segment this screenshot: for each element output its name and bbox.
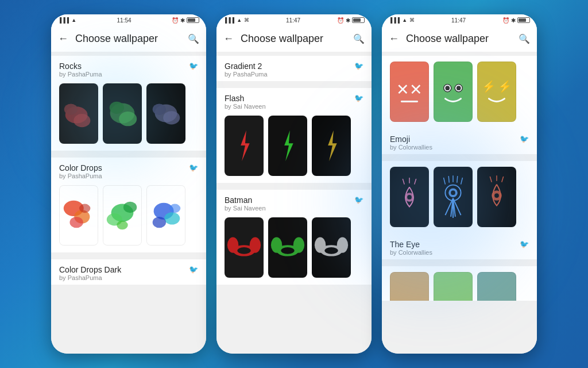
page-title-2: Choose wallpaper [241, 33, 353, 45]
thumb-partial-2[interactable] [434, 272, 473, 301]
thumb-flash-3[interactable] [312, 116, 351, 176]
thumb-svg-emoji-2 [434, 62, 472, 121]
thumb-rocks-2[interactable] [103, 83, 142, 144]
section-the-eye: The Eye by Colorwallies 🐦 [382, 161, 537, 259]
section-header-g2: Gradient 2 by PashaPuma 🐦 [216, 56, 372, 81]
thumb-rocks-1[interactable] [59, 83, 98, 144]
thumb-batman-1[interactable] [225, 217, 264, 278]
title-block-cdd: Color Drops Dark by PashaPuma [59, 265, 121, 281]
svg-rect-31 [312, 117, 350, 175]
previews-flash [216, 113, 372, 183]
svg-line-75 [448, 176, 449, 183]
section-author-cdd: by PashaPuma [59, 274, 121, 281]
search-button-2[interactable]: 🔍 [353, 33, 365, 44]
twitter-icon-cdd[interactable]: 🐦 [189, 265, 198, 274]
thumb-svg-cd-2 [103, 186, 141, 245]
wifi-icon-3: ▲ [402, 17, 407, 23]
time-2: 11:47 [286, 17, 300, 24]
svg-point-7 [110, 102, 124, 114]
section-partial-3 [382, 266, 537, 301]
svg-point-11 [153, 104, 166, 115]
svg-point-47 [324, 247, 338, 254]
twitter-icon-g2[interactable]: 🐦 [354, 62, 363, 70]
thumb-svg-emoji-3: ⚡ ⚡ [478, 62, 516, 121]
thumb-batman-2[interactable] [268, 217, 307, 278]
svg-rect-86 [434, 273, 472, 301]
thumb-eye-1[interactable] [390, 167, 429, 227]
thumb-emoji-1[interactable]: ✕✕ [390, 62, 429, 122]
svg-point-37 [237, 247, 250, 254]
twitter-icon-batman[interactable]: 🐦 [354, 195, 363, 204]
thumb-svg-flash-1 [225, 116, 263, 175]
svg-point-45 [315, 237, 326, 253]
thumb-eye-3[interactable] [477, 167, 516, 227]
thumb-cd-3[interactable] [146, 185, 185, 246]
battery-icon-2 [352, 17, 365, 23]
thumb-emoji-2[interactable] [434, 62, 473, 122]
svg-point-81 [494, 193, 499, 198]
bt-icon-3: ✱ [511, 17, 516, 24]
section-author-eye: by Colorwallies [390, 249, 432, 256]
svg-point-20 [123, 202, 137, 213]
section-title-rocks: Rocks [59, 62, 102, 71]
thumb-emoji-3[interactable]: ⚡ ⚡ [477, 62, 516, 122]
thumb-svg-rocks-1 [60, 84, 98, 143]
svg-point-10 [163, 111, 180, 124]
section-color-drops-dark: Color Drops Dark by PashaPuma 🐦 [51, 259, 206, 285]
divider-2 [51, 252, 206, 256]
section-emoji: ✕✕ ⚡ [382, 56, 537, 154]
status-right-3: ⏰ ✱ [502, 17, 530, 24]
section-header-emoji: Emoji by Colorwallies 🐦 [382, 129, 537, 154]
svg-point-26 [169, 204, 180, 213]
twitter-icon-emoji[interactable]: 🐦 [520, 135, 529, 143]
thumb-cd-1[interactable] [59, 185, 98, 246]
thumb-cd-2[interactable] [103, 185, 142, 246]
search-button-3[interactable]: 🔍 [519, 33, 530, 44]
section-author-flash: by Sai Naveen [225, 103, 266, 110]
svg-point-73 [451, 190, 455, 195]
top-bar-3: ← Choose wallpaper 🔍 [382, 26, 537, 52]
svg-point-40 [271, 237, 282, 253]
thumb-svg-eye-3 [478, 167, 516, 227]
thumb-svg-cd-3 [147, 186, 185, 245]
section-header-flash: Flash by Sai Naveen 🐦 [216, 88, 372, 113]
section-title-emoji: Emoji [390, 135, 432, 144]
search-button-1[interactable]: 🔍 [188, 33, 199, 44]
svg-point-15 [69, 217, 83, 228]
thumb-partial-1[interactable] [390, 272, 429, 301]
section-title-flash: Flash [225, 94, 266, 103]
divider-p3-2 [382, 259, 537, 263]
thumb-svg-flash-3 [312, 116, 350, 175]
twitter-icon-cd[interactable]: 🐦 [189, 163, 198, 172]
alarm-icon-1: ⏰ [172, 17, 179, 24]
section-header-batman: Batman by Sai Naveen 🐦 [216, 190, 372, 215]
thumb-svg-partial-3 [478, 273, 516, 301]
thumb-batman-3[interactable] [312, 217, 351, 278]
svg-point-64 [407, 195, 412, 200]
thumb-flash-1[interactable] [225, 116, 264, 176]
title-block-eye: The Eye by Colorwallies [390, 240, 432, 256]
twitter-icon-eye[interactable]: 🐦 [520, 240, 529, 248]
bt-icon-1: ✱ [180, 17, 185, 24]
svg-text:✕✕: ✕✕ [396, 81, 423, 98]
svg-point-6 [119, 112, 137, 126]
svg-line-77 [457, 176, 458, 183]
previews-partial [382, 266, 537, 301]
previews-eye [382, 161, 537, 234]
thumb-eye-2[interactable] [434, 167, 473, 227]
divider-p2-1 [216, 81, 372, 85]
section-title-eye: The Eye [390, 240, 432, 249]
back-button-3[interactable]: ← [389, 33, 399, 45]
status-right-1: ⏰ ✱ [172, 17, 199, 24]
svg-point-42 [281, 247, 294, 254]
back-button-2[interactable]: ← [223, 33, 234, 45]
thumb-partial-3[interactable] [477, 272, 516, 301]
twitter-icon-flash[interactable]: 🐦 [354, 94, 363, 102]
twitter-icon-rocks[interactable]: 🐦 [189, 62, 198, 70]
thumb-rocks-3[interactable] [146, 83, 185, 144]
thumb-flash-2[interactable] [268, 116, 307, 176]
back-button-1[interactable]: ← [58, 33, 68, 45]
status-left-3: ▐▐▐ ▲ ⌘ [389, 17, 415, 23]
svg-point-2 [74, 114, 90, 127]
svg-text:⚡: ⚡ [498, 80, 512, 93]
